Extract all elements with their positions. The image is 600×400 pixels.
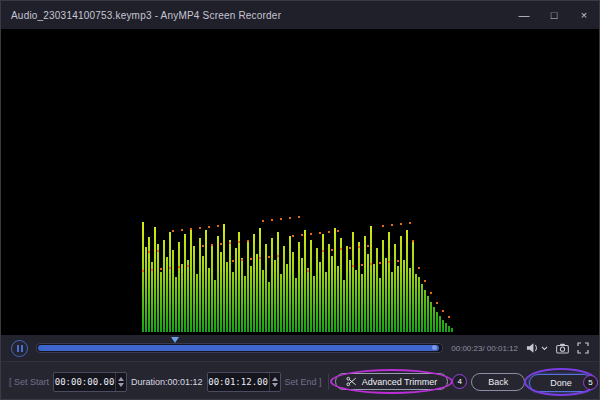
end-time-input[interactable]: 00:01:12.00 — [207, 372, 281, 392]
minimize-button[interactable]: — — [509, 1, 539, 29]
audio-waveform — [142, 199, 458, 334]
back-button[interactable]: Back — [471, 373, 525, 391]
close-button[interactable]: × — [569, 1, 599, 29]
snapshot-camera-button[interactable] — [556, 343, 569, 354]
toolbar-divider — [328, 374, 329, 390]
progress-fill — [38, 345, 439, 351]
scissors-icon — [346, 376, 357, 387]
fullscreen-button[interactable] — [577, 342, 589, 354]
duration-label: Duration:00:01:12 — [131, 377, 203, 387]
set-start-button[interactable]: [ Set Start — [9, 377, 49, 387]
playback-bar: 00:00:23/ 00:01:12 — [1, 335, 599, 361]
step-down-icon[interactable] — [272, 383, 278, 387]
playhead-marker[interactable] — [171, 337, 179, 343]
end-time-value[interactable]: 00:01:12.00 — [208, 377, 269, 387]
title-bar: Audio_230314100753.keymp3 - AnyMP4 Scree… — [1, 1, 599, 29]
advanced-trimmer-label: Advanced Trimmer — [362, 377, 438, 387]
progress-slider[interactable] — [36, 343, 443, 353]
volume-button[interactable] — [526, 342, 548, 354]
maximize-button[interactable]: □ — [539, 1, 569, 29]
trim-toolbar: [ Set Start 00:00:00.00 Duration:00:01:1… — [1, 361, 599, 400]
window-title: Audio_230314100753.keymp3 - AnyMP4 Scree… — [11, 10, 281, 21]
audio-preview-area — [1, 29, 599, 335]
advanced-trimmer-button[interactable]: Advanced Trimmer — [335, 373, 449, 390]
time-display: 00:00:23/ 00:01:12 — [451, 344, 518, 353]
end-time-stepper[interactable] — [269, 373, 280, 391]
step-down-icon[interactable] — [118, 383, 124, 387]
app-window: Audio_230314100753.keymp3 - AnyMP4 Scree… — [0, 0, 600, 400]
window-controls: — □ × — [509, 1, 599, 29]
set-end-button[interactable]: Set End ] — [285, 377, 322, 387]
pause-button[interactable] — [11, 340, 28, 357]
start-time-input[interactable]: 00:00:00.00 — [53, 372, 127, 392]
step-up-icon[interactable] — [118, 377, 124, 381]
annotation-badge-4: 4 — [452, 374, 467, 389]
start-time-value[interactable]: 00:00:00.00 — [54, 377, 115, 387]
step-up-icon[interactable] — [272, 377, 278, 381]
start-time-stepper[interactable] — [115, 373, 126, 391]
annotation-badge-5: 5 — [583, 375, 598, 390]
